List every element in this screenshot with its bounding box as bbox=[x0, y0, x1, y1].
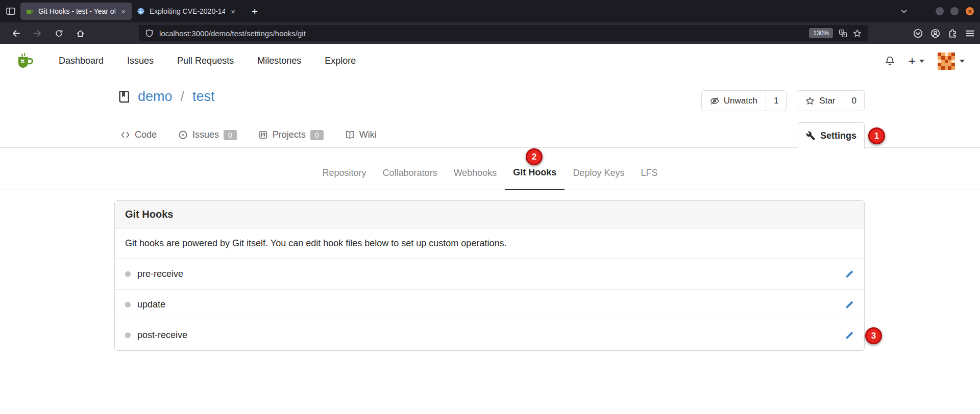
tab-issues[interactable]: Issues 0 bbox=[178, 130, 237, 140]
hook-dot-icon bbox=[125, 332, 131, 338]
globe-favicon bbox=[137, 7, 145, 15]
nav-item-issues[interactable]: Issues bbox=[115, 56, 165, 66]
nav-item-explore[interactable]: Explore bbox=[313, 56, 368, 66]
tab-projects[interactable]: Projects 0 bbox=[258, 130, 324, 140]
browser-tab-git-hooks[interactable]: Git Hooks - test - Year of × bbox=[20, 3, 132, 20]
tab-code-label: Code bbox=[135, 130, 157, 140]
nav-item-dashboard[interactable]: Dashboard bbox=[47, 56, 115, 66]
repo-book-icon bbox=[116, 89, 132, 105]
hook-dot-icon bbox=[125, 302, 131, 307]
watchers-count[interactable]: 1 bbox=[766, 91, 786, 111]
panel-title: Git Hooks bbox=[115, 201, 864, 228]
user-menu-dropdown[interactable] bbox=[938, 53, 965, 70]
unwatch-button[interactable]: Unwatch bbox=[702, 91, 766, 111]
subnav-repository[interactable]: Repository bbox=[314, 149, 375, 190]
translate-icon[interactable] bbox=[839, 29, 847, 38]
tab-wiki[interactable]: Wiki bbox=[345, 130, 377, 140]
list-all-tabs-chevron-icon[interactable] bbox=[900, 7, 908, 15]
wiki-book-icon bbox=[345, 130, 355, 140]
gitea-logo[interactable] bbox=[15, 51, 35, 71]
hook-row-post-receive: post-receive bbox=[115, 320, 864, 350]
star-label: Star bbox=[819, 96, 835, 106]
annotation-badge-1: 1 bbox=[868, 127, 885, 144]
menu-hamburger-icon[interactable] bbox=[965, 29, 975, 38]
reload-button[interactable] bbox=[50, 25, 67, 41]
forward-button[interactable] bbox=[29, 25, 46, 41]
star-icon bbox=[805, 96, 815, 106]
issue-opened-icon bbox=[178, 130, 188, 140]
browser-tab-cve-article[interactable]: Exploiting CVE-2020-141 × bbox=[132, 3, 241, 20]
close-tab-icon[interactable]: × bbox=[230, 7, 236, 16]
nav-item-pull-requests[interactable]: Pull Requests bbox=[165, 56, 246, 66]
project-board-icon bbox=[258, 130, 268, 140]
tab-settings-label: Settings bbox=[820, 131, 856, 141]
address-bar[interactable]: localhost:3000/demo/test/settings/hooks/… bbox=[139, 25, 868, 41]
window-maximize-button[interactable] bbox=[950, 7, 959, 15]
tab-projects-label: Projects bbox=[273, 130, 306, 140]
issues-count-pill: 0 bbox=[224, 130, 237, 140]
hook-dot-icon bbox=[125, 271, 131, 277]
settings-subnav: Repository Collaborators Webhooks Git Ho… bbox=[0, 149, 980, 190]
plus-icon: + bbox=[909, 54, 916, 68]
breadcrumb-separator: / bbox=[179, 89, 187, 105]
window-minimize-button[interactable] bbox=[936, 7, 944, 15]
shield-icon[interactable] bbox=[145, 29, 154, 38]
notifications-bell-icon[interactable] bbox=[885, 56, 895, 66]
hook-name: update bbox=[137, 299, 165, 310]
toolbar-right-cluster bbox=[913, 22, 975, 44]
account-icon[interactable] bbox=[930, 29, 940, 38]
edit-pre-receive-button[interactable] bbox=[845, 270, 854, 279]
url-text[interactable]: localhost:3000/demo/test/settings/hooks/… bbox=[159, 29, 803, 38]
watch-button-group: Unwatch 1 bbox=[701, 90, 787, 111]
edit-update-button[interactable] bbox=[845, 300, 854, 309]
panel-description: Git hooks are powered by Git itself. You… bbox=[115, 228, 864, 258]
chevron-down-icon bbox=[919, 60, 924, 63]
new-tab-button[interactable]: + bbox=[248, 5, 262, 18]
pocket-icon[interactable] bbox=[913, 29, 923, 38]
tab-title: Git Hooks - test - Year of bbox=[38, 7, 115, 15]
subnav-collaborators[interactable]: Collaborators bbox=[375, 149, 446, 190]
repo-owner-link[interactable]: demo bbox=[138, 89, 173, 105]
hook-name: pre-receive bbox=[137, 269, 183, 279]
star-button-group: Star 0 bbox=[797, 90, 865, 111]
git-hooks-panel: Git Hooks Git hooks are powered by Git i… bbox=[114, 200, 865, 351]
stars-count[interactable]: 0 bbox=[844, 91, 864, 111]
tab-issues-label: Issues bbox=[192, 130, 219, 140]
code-icon bbox=[120, 130, 130, 140]
avatar bbox=[938, 53, 955, 70]
nav-item-milestones[interactable]: Milestones bbox=[246, 56, 313, 66]
zoom-level-badge[interactable]: 130% bbox=[809, 28, 833, 38]
subnav-webhooks[interactable]: Webhooks bbox=[446, 149, 505, 190]
sidebar-toggle-icon[interactable] bbox=[6, 7, 15, 16]
tab-settings[interactable]: Settings bbox=[798, 122, 865, 149]
back-button[interactable] bbox=[7, 25, 24, 41]
extensions-puzzle-icon[interactable] bbox=[948, 29, 958, 38]
gitea-navbar: Dashboard Issues Pull Requests Milestone… bbox=[0, 44, 980, 78]
gitea-nav-right: + bbox=[885, 53, 965, 70]
eye-slash-icon bbox=[710, 96, 719, 106]
tab-wiki-label: Wiki bbox=[359, 130, 377, 140]
subnav-deploy-keys[interactable]: Deploy Keys bbox=[565, 149, 632, 190]
gitea-nav-items: Dashboard Issues Pull Requests Milestone… bbox=[47, 56, 368, 66]
close-tab-icon[interactable]: × bbox=[120, 7, 127, 16]
hook-row-update: update bbox=[115, 289, 864, 320]
home-button[interactable] bbox=[71, 25, 89, 41]
subnav-lfs[interactable]: LFS bbox=[632, 149, 666, 190]
tab-code[interactable]: Code bbox=[120, 130, 157, 140]
tab-title: Exploiting CVE-2020-141 bbox=[150, 7, 225, 15]
repo-breadcrumb: demo / test bbox=[116, 89, 215, 105]
edit-post-receive-button[interactable] bbox=[845, 331, 854, 340]
bookmark-star-icon[interactable] bbox=[853, 29, 862, 38]
browser-tab-strip: Git Hooks - test - Year of × Exploiting … bbox=[0, 0, 980, 22]
unwatch-label: Unwatch bbox=[724, 96, 757, 106]
annotation-badge-3: 3 bbox=[865, 327, 882, 344]
chevron-down-icon bbox=[960, 60, 965, 63]
create-new-dropdown[interactable]: + bbox=[909, 54, 924, 68]
hook-row-pre-receive: pre-receive bbox=[115, 258, 864, 289]
projects-count-pill: 0 bbox=[310, 130, 324, 140]
window-close-button[interactable] bbox=[966, 7, 974, 15]
settings-subnav-items: Repository Collaborators Webhooks Git Ho… bbox=[314, 149, 666, 190]
repo-action-buttons: Unwatch 1 Star 0 bbox=[701, 90, 865, 111]
star-button[interactable]: Star bbox=[797, 91, 843, 111]
repo-name-link[interactable]: test bbox=[192, 89, 215, 105]
